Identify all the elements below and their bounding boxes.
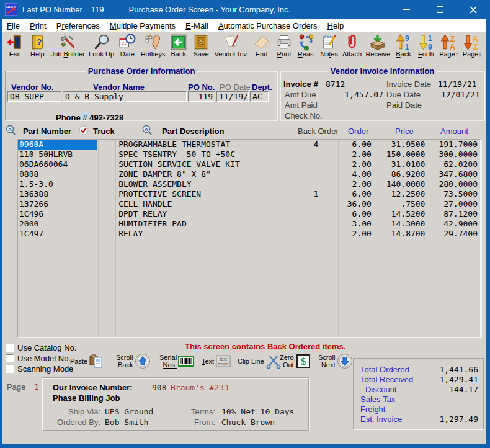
ship-via-value[interactable]: UPS Ground [105, 407, 153, 416]
amt-due-value[interactable]: 1,457.07 [326, 90, 383, 99]
toolbar-receive-button[interactable]: Receive [365, 34, 390, 58]
close-button[interactable]: × [457, 0, 490, 19]
serial-barcode-icon [178, 353, 194, 369]
page-up-z-a-icon: ZA [440, 34, 458, 51]
part-row[interactable]: 136388PROTECTIVE SCREEN16.0012.250073.50… [18, 189, 480, 199]
order-qty-cell: 4.00 [336, 169, 376, 179]
toolbar-help-button[interactable]: ?Help [28, 34, 47, 58]
ship-via-label: Ship Via: [61, 407, 100, 416]
forth-record-1-9-icon: 19 [417, 34, 435, 51]
part-row[interactable]: 137266CELL HANDLE36.00.750027.0000 [18, 199, 480, 209]
part-description-header[interactable]: Part Description [162, 127, 224, 136]
part-row[interactable]: 110-50HLRVBSPEC TSENTRY -50 TO +50C2.001… [18, 150, 480, 159]
part-number-search-icon[interactable]: A [5, 125, 16, 136]
toolbar-reas--button[interactable]: Reas. [297, 34, 316, 58]
due-date-value[interactable]: 12/01/21 [441, 90, 480, 99]
vendor-no-field[interactable]: DB SUPP [7, 91, 61, 102]
phase-billing-label: Phase Billing Job [53, 393, 120, 403]
totals-value: 1,429.41 [439, 375, 478, 384]
menu-e-mail[interactable]: E-Mail [180, 19, 213, 32]
toolbar-date-button[interactable]: 1:2Date [118, 34, 136, 58]
amount-header[interactable]: Amount [440, 127, 468, 136]
totals-row-sales-tax: Sales Tax [354, 395, 483, 405]
toolbar-look-up-button[interactable]: Look Up [89, 34, 114, 58]
menu-preferences[interactable]: Preferences [51, 19, 105, 32]
toolbar-button-label: Reas. [298, 50, 316, 58]
truck-cell [97, 150, 115, 159]
checkbox-use-catalog-no-[interactable]: Use Catalog No. [6, 343, 76, 352]
ordered-by-value[interactable]: Bob Smith [105, 418, 148, 427]
toolbar-end-button[interactable]: End [252, 34, 271, 58]
toolbar-page--button[interactable]: AZPage↓ [463, 34, 482, 58]
toolbar-vendor-inv--button[interactable]: Vendor Inv. [214, 34, 248, 58]
toolbar-print-button[interactable]: Print [275, 34, 293, 58]
amount-cell: 42.9000 [429, 219, 480, 229]
toolbar-save-button[interactable]: Save [192, 34, 210, 58]
menu-multiple-payments[interactable]: Multiple Payments [105, 19, 180, 32]
order-header[interactable]: Order [348, 127, 368, 136]
truck-header[interactable]: Truck [93, 127, 115, 136]
totals-row-freight: Freight [354, 405, 483, 414]
invoice-no-value[interactable]: 8712 [326, 79, 345, 89]
checkbox-use-model-no-[interactable]: Use Model No. [6, 354, 71, 363]
totals-label: Total Ordered [360, 365, 409, 374]
app-window: BLSS Last PO Number 119 Purchase Order S… [0, 0, 490, 448]
order-qty-cell: 6.00 [336, 209, 376, 219]
last-po-label: Last PO Number [22, 5, 82, 14]
menu-help[interactable]: Help [323, 19, 349, 32]
zero-out-button[interactable]: ZeroOut$ [280, 353, 311, 369]
truck-cell [97, 189, 115, 199]
part-row[interactable]: 1.5-3.0BLOWER ASSEMBLY2.00140.0000280.00… [18, 179, 480, 189]
terms-value[interactable]: 10% Net 10 Days [221, 407, 294, 416]
truck-cell [97, 229, 115, 239]
toolbar-notes-button[interactable]: Notes [320, 34, 339, 58]
vendor-no-label: Vendor No. [11, 83, 54, 92]
toolbar-back-button[interactable]: Back [169, 34, 188, 58]
invoice-date-value[interactable]: 11/19/21 [438, 79, 477, 89]
price-header[interactable]: Price [395, 127, 414, 136]
part-row[interactable]: 1C496DPDT RELAY6.0014.520087.1200 [18, 209, 480, 219]
toolbar-hotkeys-button[interactable]: Hotkeys [141, 34, 166, 58]
part-row[interactable]: 0960APROGRAMMABLE THERMOSTAT46.0031.9500… [18, 140, 480, 150]
minimize-button[interactable] [390, 0, 423, 19]
toolbar-job-builder-button[interactable]: Job Builder [51, 34, 85, 58]
text-button[interactable]: Texttextmode [202, 353, 231, 369]
toolbar-forth-button[interactable]: 19Forth [417, 34, 435, 58]
parts-grid-body: 0960APROGRAMMABLE THERMOSTAT46.0031.9500… [18, 140, 480, 239]
price-cell: 12.2500 [376, 189, 430, 199]
part-number-header[interactable]: Part Number [23, 127, 71, 136]
vendor-name-field[interactable]: D & B Supply [63, 91, 187, 102]
our-invoice-value[interactable]: 908 [152, 383, 166, 392]
po-no-field[interactable]: 119 [188, 91, 215, 102]
part-row[interactable]: 06DA660064SUCTION SERVICE VALVE KIT2.003… [18, 159, 480, 169]
part-row[interactable]: 0808ZONE DAMPER 8" X 8"4.0086.9200347.68… [18, 169, 480, 179]
serial-nos--button[interactable]: SerialNos. [159, 353, 194, 369]
scroll-back-button[interactable]: ScrollBack [116, 353, 151, 369]
part-description-search-icon[interactable]: A [141, 125, 153, 136]
paste-button[interactable]: Paste [70, 353, 105, 369]
part-row[interactable]: 2000HUMIDIFIER PAD3.0014.300042.9000 [18, 219, 480, 229]
toolbar-back-button[interactable]: 91Back [394, 34, 412, 58]
truck-check-icon[interactable] [79, 125, 90, 137]
totals-label: - Discount [360, 385, 397, 394]
clip-line-button[interactable]: Clip Line [238, 353, 282, 369]
customer-reference[interactable]: Braum's #233 [171, 383, 229, 392]
toolbar-esc-button[interactable]: Esc [6, 34, 24, 58]
toolbar-page--button[interactable]: ZAPage↑ [439, 34, 458, 58]
toolbar-attach-button[interactable]: Attach [342, 34, 362, 58]
part-row[interactable]: 1C497RELAY2.0014.870029.7400 [18, 229, 480, 239]
part-description-cell: RELAY [115, 229, 309, 239]
maximize-button[interactable] [423, 0, 457, 19]
menu-print[interactable]: Print [25, 19, 51, 32]
menu-automatic-purchase-orders[interactable]: Automatic Purchase Orders [213, 19, 323, 32]
scroll-next-button[interactable]: ScrollNext [318, 353, 353, 369]
title-bar: BLSS Last PO Number 119 Purchase Order S… [0, 0, 490, 19]
from-value[interactable]: Chuck Brown [221, 418, 275, 427]
menu-file[interactable]: File [2, 19, 25, 32]
po-date-field[interactable]: 11/19/21 [216, 91, 249, 102]
dept-field[interactable]: AC [250, 91, 269, 102]
end-envelope-icon [253, 34, 270, 51]
amt-due-label: Amt Due [285, 90, 316, 99]
checkbox-scanning-mode[interactable]: Scanning Mode [6, 364, 73, 374]
window-title: Purchase Order Screen - Your Company, In… [129, 5, 291, 14]
